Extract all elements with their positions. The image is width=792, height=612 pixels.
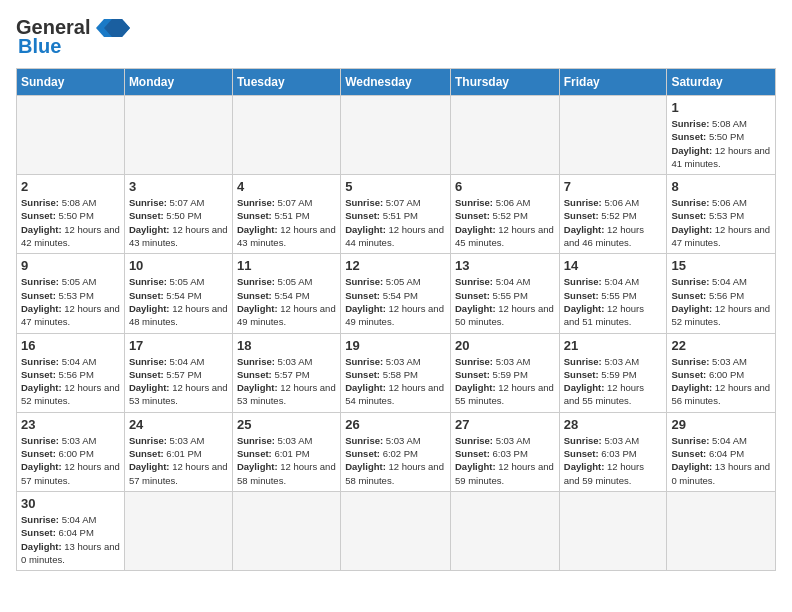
- header: General Blue: [16, 16, 776, 58]
- calendar-table: SundayMondayTuesdayWednesdayThursdayFrid…: [16, 68, 776, 571]
- day-info: Sunrise: 5:07 AMSunset: 5:50 PMDaylight:…: [129, 196, 228, 249]
- day-number: 3: [129, 179, 228, 194]
- calendar-cell: 17Sunrise: 5:04 AMSunset: 5:57 PMDayligh…: [124, 333, 232, 412]
- calendar-week-2: 2Sunrise: 5:08 AMSunset: 5:50 PMDaylight…: [17, 175, 776, 254]
- day-number: 21: [564, 338, 663, 353]
- calendar-cell: 29Sunrise: 5:04 AMSunset: 6:04 PMDayligh…: [667, 412, 776, 491]
- day-number: 15: [671, 258, 771, 273]
- calendar-week-5: 23Sunrise: 5:03 AMSunset: 6:00 PMDayligh…: [17, 412, 776, 491]
- day-number: 8: [671, 179, 771, 194]
- calendar-cell: 4Sunrise: 5:07 AMSunset: 5:51 PMDaylight…: [232, 175, 340, 254]
- day-number: 17: [129, 338, 228, 353]
- day-number: 4: [237, 179, 336, 194]
- day-number: 11: [237, 258, 336, 273]
- day-info: Sunrise: 5:04 AMSunset: 6:04 PMDaylight:…: [21, 513, 120, 566]
- day-number: 5: [345, 179, 446, 194]
- calendar-cell: 2Sunrise: 5:08 AMSunset: 5:50 PMDaylight…: [17, 175, 125, 254]
- calendar-cell: 8Sunrise: 5:06 AMSunset: 5:53 PMDaylight…: [667, 175, 776, 254]
- day-info: Sunrise: 5:07 AMSunset: 5:51 PMDaylight:…: [237, 196, 336, 249]
- day-info: Sunrise: 5:03 AMSunset: 6:01 PMDaylight:…: [237, 434, 336, 487]
- day-info: Sunrise: 5:03 AMSunset: 6:01 PMDaylight:…: [129, 434, 228, 487]
- day-number: 19: [345, 338, 446, 353]
- day-info: Sunrise: 5:03 AMSunset: 6:03 PMDaylight:…: [455, 434, 555, 487]
- calendar-cell: 14Sunrise: 5:04 AMSunset: 5:55 PMDayligh…: [559, 254, 667, 333]
- day-number: 6: [455, 179, 555, 194]
- day-number: 14: [564, 258, 663, 273]
- calendar-cell: [559, 491, 667, 570]
- calendar-cell: [341, 491, 451, 570]
- day-number: 12: [345, 258, 446, 273]
- day-info: Sunrise: 5:04 AMSunset: 5:55 PMDaylight:…: [564, 275, 663, 328]
- day-info: Sunrise: 5:03 AMSunset: 5:59 PMDaylight:…: [455, 355, 555, 408]
- day-number: 18: [237, 338, 336, 353]
- day-number: 22: [671, 338, 771, 353]
- calendar-cell: 19Sunrise: 5:03 AMSunset: 5:58 PMDayligh…: [341, 333, 451, 412]
- day-number: 7: [564, 179, 663, 194]
- calendar-cell: 1Sunrise: 5:08 AMSunset: 5:50 PMDaylight…: [667, 96, 776, 175]
- calendar-cell: [232, 96, 340, 175]
- day-header-saturday: Saturday: [667, 69, 776, 96]
- day-header-sunday: Sunday: [17, 69, 125, 96]
- day-info: Sunrise: 5:05 AMSunset: 5:54 PMDaylight:…: [129, 275, 228, 328]
- day-header-tuesday: Tuesday: [232, 69, 340, 96]
- calendar-cell: 22Sunrise: 5:03 AMSunset: 6:00 PMDayligh…: [667, 333, 776, 412]
- day-info: Sunrise: 5:04 AMSunset: 5:56 PMDaylight:…: [671, 275, 771, 328]
- day-info: Sunrise: 5:04 AMSunset: 5:55 PMDaylight:…: [455, 275, 555, 328]
- calendar-cell: 26Sunrise: 5:03 AMSunset: 6:02 PMDayligh…: [341, 412, 451, 491]
- day-number: 10: [129, 258, 228, 273]
- day-info: Sunrise: 5:08 AMSunset: 5:50 PMDaylight:…: [671, 117, 771, 170]
- day-info: Sunrise: 5:03 AMSunset: 6:02 PMDaylight:…: [345, 434, 446, 487]
- day-number: 27: [455, 417, 555, 432]
- logo-blue: Blue: [18, 35, 61, 58]
- calendar-cell: 13Sunrise: 5:04 AMSunset: 5:55 PMDayligh…: [451, 254, 560, 333]
- calendar-cell: 12Sunrise: 5:05 AMSunset: 5:54 PMDayligh…: [341, 254, 451, 333]
- calendar-cell: 11Sunrise: 5:05 AMSunset: 5:54 PMDayligh…: [232, 254, 340, 333]
- day-info: Sunrise: 5:06 AMSunset: 5:52 PMDaylight:…: [455, 196, 555, 249]
- calendar-cell: 28Sunrise: 5:03 AMSunset: 6:03 PMDayligh…: [559, 412, 667, 491]
- calendar-cell: 7Sunrise: 5:06 AMSunset: 5:52 PMDaylight…: [559, 175, 667, 254]
- day-info: Sunrise: 5:03 AMSunset: 6:03 PMDaylight:…: [564, 434, 663, 487]
- day-info: Sunrise: 5:04 AMSunset: 6:04 PMDaylight:…: [671, 434, 771, 487]
- logo-icon: [94, 17, 132, 39]
- calendar-cell: 6Sunrise: 5:06 AMSunset: 5:52 PMDaylight…: [451, 175, 560, 254]
- day-number: 16: [21, 338, 120, 353]
- calendar-cell: [451, 96, 560, 175]
- day-number: 26: [345, 417, 446, 432]
- calendar-cell: 20Sunrise: 5:03 AMSunset: 5:59 PMDayligh…: [451, 333, 560, 412]
- day-info: Sunrise: 5:07 AMSunset: 5:51 PMDaylight:…: [345, 196, 446, 249]
- calendar-week-1: 1Sunrise: 5:08 AMSunset: 5:50 PMDaylight…: [17, 96, 776, 175]
- day-number: 23: [21, 417, 120, 432]
- day-info: Sunrise: 5:04 AMSunset: 5:57 PMDaylight:…: [129, 355, 228, 408]
- calendar-cell: [17, 96, 125, 175]
- day-header-monday: Monday: [124, 69, 232, 96]
- day-info: Sunrise: 5:08 AMSunset: 5:50 PMDaylight:…: [21, 196, 120, 249]
- day-header-friday: Friday: [559, 69, 667, 96]
- day-info: Sunrise: 5:03 AMSunset: 5:57 PMDaylight:…: [237, 355, 336, 408]
- day-info: Sunrise: 5:03 AMSunset: 6:00 PMDaylight:…: [671, 355, 771, 408]
- calendar-week-4: 16Sunrise: 5:04 AMSunset: 5:56 PMDayligh…: [17, 333, 776, 412]
- calendar-cell: 24Sunrise: 5:03 AMSunset: 6:01 PMDayligh…: [124, 412, 232, 491]
- day-header-thursday: Thursday: [451, 69, 560, 96]
- day-info: Sunrise: 5:04 AMSunset: 5:56 PMDaylight:…: [21, 355, 120, 408]
- calendar-cell: 25Sunrise: 5:03 AMSunset: 6:01 PMDayligh…: [232, 412, 340, 491]
- calendar-cell: 5Sunrise: 5:07 AMSunset: 5:51 PMDaylight…: [341, 175, 451, 254]
- calendar-cell: 30Sunrise: 5:04 AMSunset: 6:04 PMDayligh…: [17, 491, 125, 570]
- calendar-week-3: 9Sunrise: 5:05 AMSunset: 5:53 PMDaylight…: [17, 254, 776, 333]
- day-header-wednesday: Wednesday: [341, 69, 451, 96]
- calendar-cell: 23Sunrise: 5:03 AMSunset: 6:00 PMDayligh…: [17, 412, 125, 491]
- calendar-cell: 10Sunrise: 5:05 AMSunset: 5:54 PMDayligh…: [124, 254, 232, 333]
- day-number: 13: [455, 258, 555, 273]
- day-info: Sunrise: 5:05 AMSunset: 5:53 PMDaylight:…: [21, 275, 120, 328]
- calendar-cell: 27Sunrise: 5:03 AMSunset: 6:03 PMDayligh…: [451, 412, 560, 491]
- calendar-header-row: SundayMondayTuesdayWednesdayThursdayFrid…: [17, 69, 776, 96]
- calendar-cell: 18Sunrise: 5:03 AMSunset: 5:57 PMDayligh…: [232, 333, 340, 412]
- calendar-cell: [341, 96, 451, 175]
- calendar-cell: [559, 96, 667, 175]
- calendar-cell: [451, 491, 560, 570]
- calendar-cell: [232, 491, 340, 570]
- calendar-week-6: 30Sunrise: 5:04 AMSunset: 6:04 PMDayligh…: [17, 491, 776, 570]
- calendar-cell: [124, 491, 232, 570]
- calendar-cell: 15Sunrise: 5:04 AMSunset: 5:56 PMDayligh…: [667, 254, 776, 333]
- day-info: Sunrise: 5:06 AMSunset: 5:53 PMDaylight:…: [671, 196, 771, 249]
- day-info: Sunrise: 5:03 AMSunset: 5:59 PMDaylight:…: [564, 355, 663, 408]
